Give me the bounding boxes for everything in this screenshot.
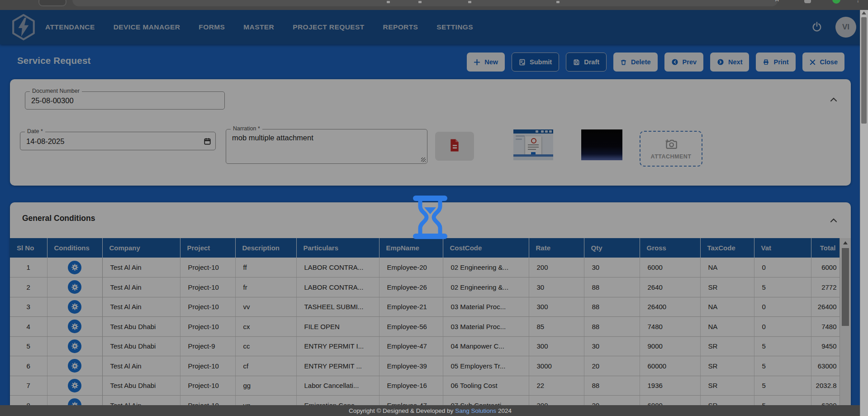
browser-tab[interactable] <box>38 0 66 6</box>
url-text-fragment <box>556 1 560 3</box>
footer-company-link[interactable]: Sang Solutions <box>455 407 496 414</box>
extension-icon[interactable] <box>804 0 811 3</box>
menu-dots-icon[interactable]: ⋮ <box>855 0 861 3</box>
url-text-fragment <box>387 1 390 3</box>
footer: Copyright © Designed & Developed by Sang… <box>0 405 860 416</box>
footer-copyright-text: Copyright © Designed & Developed by <box>349 407 453 414</box>
profile-icon[interactable] <box>832 0 840 4</box>
browser-chrome-strip: ✕ ⋮ <box>0 0 868 10</box>
loading-hourglass-icon <box>409 195 451 242</box>
scrollbar-thumb[interactable] <box>861 17 867 124</box>
scroll-up-arrow-icon[interactable] <box>862 11 866 14</box>
browser-scrollbar[interactable] <box>860 10 868 416</box>
url-text-fragment <box>468 1 471 3</box>
footer-year: 2024 <box>498 407 512 414</box>
browser-address-bar[interactable] <box>72 0 778 6</box>
url-text-fragment <box>418 1 422 3</box>
find-close-icon[interactable]: ✕ <box>774 0 780 3</box>
